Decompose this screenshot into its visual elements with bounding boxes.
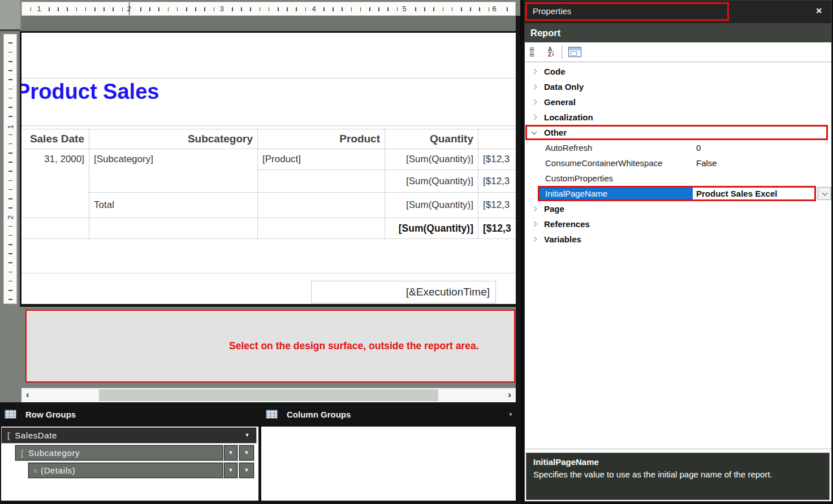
row-groups-label: Row Groups bbox=[25, 410, 76, 419]
table-row[interactable]: 31, 2000] [Subcategory] [Product] [Sum(Q… bbox=[20, 149, 516, 170]
horizontal-scrollbar[interactable]: ‹ › bbox=[21, 388, 516, 402]
close-icon[interactable]: ✕ bbox=[815, 6, 822, 15]
dropdown-arrow-icon: ▼ bbox=[228, 450, 234, 455]
scroll-left-icon[interactable]: ‹ bbox=[26, 388, 29, 402]
chevron-down-icon bbox=[532, 129, 537, 134]
column-groups-panel[interactable] bbox=[261, 427, 516, 501]
ruler-number: 4 bbox=[310, 4, 318, 14]
row-group-salesdate[interactable]: [ SalesDate ▼ bbox=[2, 428, 256, 443]
category-row-general[interactable]: General bbox=[525, 94, 831, 110]
category-row-localization[interactable]: Localization bbox=[525, 110, 831, 125]
properties-titlebar: Properties ✕ bbox=[525, 1, 831, 23]
description-text: Specifies the value to use as the initia… bbox=[533, 470, 822, 479]
table-row-grand-total[interactable]: [Sum(Quantity)] [$12,3 bbox=[20, 218, 516, 239]
highlight-rectangle bbox=[525, 125, 828, 140]
cell-sum-amount[interactable]: [$12,3 bbox=[478, 149, 516, 170]
group-dropdown-button[interactable]: ▼ bbox=[239, 463, 254, 478]
description-property-name: InitialPageName bbox=[533, 457, 822, 467]
row-group-subcategory[interactable]: [ Subcategory bbox=[15, 445, 223, 460]
cell-sum-quantity[interactable]: [Sum(Quantity)] bbox=[385, 218, 478, 239]
cell-sum-quantity[interactable]: [Sum(Quantity)] bbox=[385, 193, 478, 218]
horizontal-ruler: 1 2 3 4 5 6 bbox=[21, 2, 516, 16]
properties-toolbar: ⊞⊞ AZ ↓ bbox=[525, 42, 831, 62]
header-cell-product[interactable]: Product bbox=[258, 129, 385, 149]
cell-subcategory[interactable]: [Subcategory] bbox=[89, 149, 258, 193]
cell-empty[interactable] bbox=[258, 218, 385, 239]
chevron-down-icon bbox=[822, 190, 827, 196]
header-cell-amount[interactable] bbox=[478, 129, 516, 149]
selected-property-name[interactable]: InitialPageName bbox=[539, 186, 693, 201]
sort-alphabetical-icon[interactable]: AZ ↓ bbox=[548, 47, 555, 57]
category-row-page[interactable]: Page bbox=[525, 201, 831, 216]
chevron-right-icon bbox=[532, 69, 537, 75]
report-title: Product Sales bbox=[20, 79, 159, 105]
properties-title: Properties bbox=[533, 6, 571, 16]
property-row-initialpagename[interactable]: InitialPageName Product Sales Excel bbox=[525, 186, 831, 201]
design-surface-highlight[interactable]: Select on the design surface, outside th… bbox=[25, 310, 515, 383]
value-dropdown-button[interactable] bbox=[818, 187, 831, 200]
tablix-table[interactable]: Sales Date Subcategory Product Quantity … bbox=[20, 129, 516, 239]
cell-product[interactable]: [Product] bbox=[258, 149, 385, 170]
ruler-ticks bbox=[22, 7, 515, 11]
property-row-customproperties[interactable]: CustomProperties bbox=[525, 171, 831, 186]
chevron-right-icon bbox=[532, 84, 537, 90]
header-cell-sales-date[interactable]: Sales Date bbox=[20, 129, 89, 149]
properties-panel-frame: Properties ✕ Report ⊞⊞ AZ ↓ Code bbox=[520, 0, 833, 504]
table-grid-icon bbox=[5, 410, 16, 419]
property-description: InitialPageName Specifies the value to u… bbox=[526, 453, 830, 500]
table-row-total[interactable]: Total [Sum(Quantity)] [$12,3 bbox=[20, 193, 516, 218]
header-cell-subcategory[interactable]: Subcategory bbox=[89, 129, 258, 149]
scroll-right-icon[interactable]: › bbox=[508, 388, 511, 402]
category-row-data-only[interactable]: Data Only bbox=[525, 79, 831, 94]
properties-panel: Properties ✕ Report ⊞⊞ AZ ↓ Code bbox=[524, 0, 832, 502]
report-page[interactable]: Product Sales Sales Date Subcategory Pro… bbox=[20, 31, 516, 307]
design-surface-margin bbox=[21, 16, 516, 31]
execution-time-textbox[interactable]: [&ExecutionTime] bbox=[311, 281, 496, 303]
group-dropdown-icon[interactable]: ▼ bbox=[244, 433, 250, 438]
toolbar-separator bbox=[562, 46, 562, 59]
group-dropdown-button[interactable]: ▼ bbox=[224, 463, 238, 478]
group-dropdown-button[interactable]: ▼ bbox=[239, 445, 254, 460]
scrollbar-thumb[interactable] bbox=[99, 389, 438, 401]
chevron-right-icon bbox=[532, 206, 537, 212]
chevron-right-icon bbox=[532, 115, 537, 120]
tablix-region[interactable]: Sales Date Subcategory Product Quantity … bbox=[20, 129, 516, 239]
group-dropdown-button[interactable]: ▼ bbox=[224, 445, 238, 460]
category-row-variables[interactable]: Variables bbox=[525, 232, 831, 247]
property-pages-icon[interactable] bbox=[568, 47, 581, 57]
cell-empty[interactable] bbox=[20, 218, 89, 239]
ruler-number: 1 bbox=[35, 4, 43, 14]
header-cell-quantity[interactable]: Quantity bbox=[385, 129, 478, 149]
cell-empty[interactable] bbox=[258, 193, 385, 218]
category-row-other[interactable]: Other bbox=[525, 125, 831, 140]
category-row-references[interactable]: References bbox=[525, 216, 831, 232]
overlay-message: Select on the design surface, outside th… bbox=[229, 340, 479, 352]
column-groups-menu-icon[interactable]: ▼ bbox=[508, 411, 513, 418]
grouping-pane: Row Groups Column Groups ▼ [ SalesDate ▼… bbox=[0, 402, 520, 504]
cell-total-label[interactable]: Total bbox=[89, 193, 258, 218]
dropdown-arrow-icon: ▼ bbox=[244, 468, 249, 473]
cell-sum-quantity[interactable]: [Sum(Quantity)] bbox=[385, 170, 478, 193]
initialpagename-value[interactable]: Product Sales Excel bbox=[696, 189, 777, 198]
details-lines-icon: ≡ bbox=[33, 467, 37, 474]
cell-empty[interactable] bbox=[258, 170, 385, 193]
cell-empty[interactable] bbox=[89, 218, 258, 239]
chevron-right-icon bbox=[532, 237, 537, 242]
category-row-code[interactable]: Code bbox=[525, 64, 831, 79]
ruler-ticks bbox=[8, 34, 12, 303]
row-group-details[interactable]: ≡ (Details) bbox=[28, 463, 223, 478]
group-bracket-icon: [ bbox=[7, 431, 10, 440]
cell-sum-amount[interactable]: [$12,3 bbox=[478, 170, 516, 193]
table-header-row[interactable]: Sales Date Subcategory Product Quantity bbox=[20, 129, 516, 149]
property-row-consumecontainerwhitespace[interactable]: ConsumeContainerWhitespace False bbox=[525, 155, 831, 171]
cell-sales-date[interactable]: 31, 2000] bbox=[20, 149, 89, 218]
report-title-textbox[interactable]: Product Sales bbox=[20, 78, 516, 126]
cell-sum-quantity[interactable]: [Sum(Quantity)] bbox=[385, 149, 478, 170]
chevron-right-icon bbox=[532, 99, 537, 105]
row-groups-panel[interactable]: [ SalesDate ▼ [ Subcategory ▼ ▼ ≡ (Detai… bbox=[1, 427, 258, 501]
property-row-autorefresh[interactable]: AutoRefresh 0 bbox=[525, 140, 831, 155]
cell-sum-amount[interactable]: [$12,3 bbox=[478, 218, 516, 239]
categorized-view-icon[interactable]: ⊞⊞ bbox=[529, 47, 544, 57]
ruler-corner bbox=[0, 0, 20, 31]
cell-sum-amount[interactable]: [$12,3 bbox=[478, 193, 516, 218]
